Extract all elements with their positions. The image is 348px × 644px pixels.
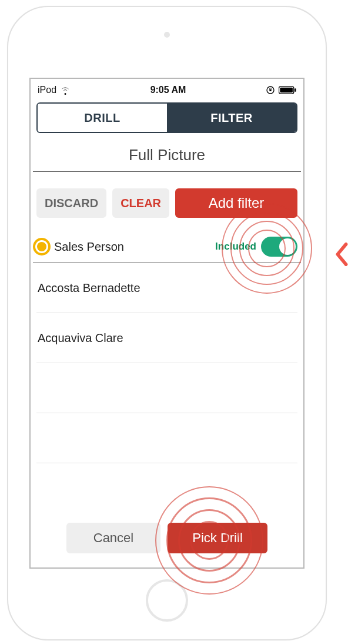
clear-button[interactable]: CLEAR — [112, 188, 169, 218]
category-label: Sales Person — [54, 240, 124, 254]
list-item-label: Acquaviva Clare — [38, 331, 123, 345]
chevron-left-icon[interactable] — [333, 243, 348, 266]
pick-drill-label: Pick Drill — [192, 530, 243, 546]
battery-icon — [279, 86, 296, 94]
tab-filter-label: FILTER — [210, 111, 253, 125]
tab-filter[interactable]: FILTER — [167, 104, 296, 132]
tab-drill[interactable]: DRILL — [38, 104, 167, 132]
discard-button[interactable]: DISCARD — [36, 188, 106, 218]
phone-frame: iPod 9:05 AM DRILL FILTER — [7, 6, 327, 640]
clear-label: CLEAR — [121, 197, 161, 210]
included-label: Included — [215, 241, 256, 253]
app-screen: iPod 9:05 AM DRILL FILTER — [29, 78, 304, 569]
tab-drill-label: DRILL — [84, 111, 120, 125]
list-item[interactable]: Accosta Bernadette — [36, 263, 297, 313]
category-row: Sales Person Included — [31, 226, 303, 263]
included-toggle[interactable] — [261, 237, 297, 257]
action-row: DISCARD CLEAR Add filter — [31, 172, 303, 226]
home-button[interactable] — [146, 579, 188, 622]
add-filter-button[interactable]: Add filter — [175, 188, 297, 218]
svg-rect-4 — [295, 88, 296, 92]
page-title: Full Picture — [31, 146, 303, 164]
list-item[interactable]: Acquaviva Clare — [36, 313, 297, 363]
list-item[interactable] — [36, 413, 297, 463]
wifi-icon — [60, 85, 71, 95]
footer-row: Cancel Pick Drill — [31, 523, 303, 553]
list-item[interactable] — [36, 363, 297, 413]
category-color-dot — [33, 238, 51, 255]
segmented-control: DRILL FILTER — [36, 102, 297, 133]
status-time: 9:05 AM — [150, 85, 186, 95]
svg-rect-1 — [269, 89, 271, 91]
status-bar: iPod 9:05 AM — [31, 79, 303, 99]
cancel-label: Cancel — [93, 530, 133, 546]
device-label: iPod — [38, 85, 56, 95]
discard-label: DISCARD — [45, 197, 98, 210]
list-item-label: Accosta Bernadette — [38, 281, 140, 295]
phone-speaker-dot — [164, 32, 170, 38]
pick-drill-button[interactable]: Pick Drill — [168, 523, 267, 553]
rotation-lock-icon — [266, 85, 275, 95]
filter-values-list: Accosta Bernadette Acquaviva Clare — [31, 263, 303, 463]
svg-rect-3 — [280, 88, 293, 92]
add-filter-label: Add filter — [209, 195, 265, 211]
cancel-button[interactable]: Cancel — [66, 523, 160, 553]
